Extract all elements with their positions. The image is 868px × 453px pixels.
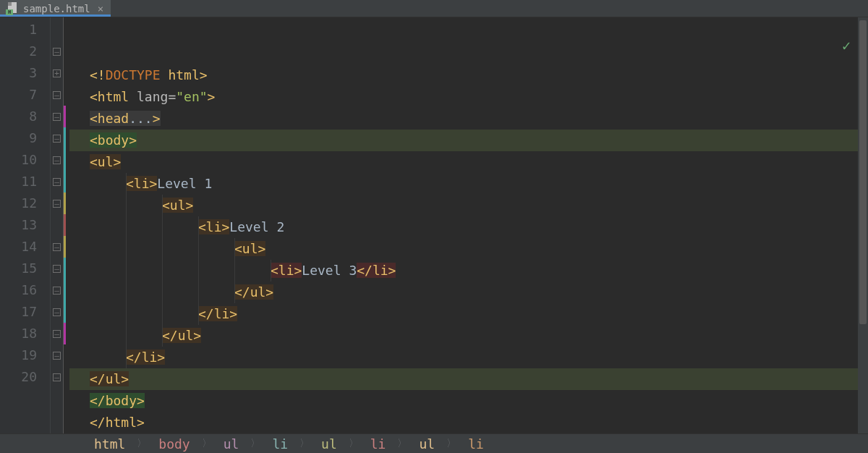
code-line[interactable]: </html>: [69, 412, 858, 433]
fold-end-icon[interactable]: –: [53, 352, 61, 360]
fold-slot[interactable]: –: [51, 279, 63, 301]
line-number[interactable]: 20: [0, 366, 37, 388]
breadcrumb-separator-icon: 〉: [195, 437, 219, 450]
fold-collapse-icon[interactable]: –: [53, 135, 61, 143]
line-number[interactable]: 15: [0, 258, 37, 279]
breadcrumb-item[interactable]: body: [158, 436, 190, 452]
fold-slot[interactable]: –: [51, 106, 63, 127]
breadcrumb-item[interactable]: ul: [321, 436, 337, 452]
indent-guide: [126, 260, 127, 281]
change-marker-cyan: [64, 258, 69, 279]
line-number[interactable]: 19: [0, 344, 37, 366]
tab-sample-html[interactable]: H sample.html ×: [0, 0, 111, 17]
line-number[interactable]: 7: [0, 84, 37, 106]
code-line[interactable]: <li>Level 1: [69, 173, 858, 195]
code-token: >: [153, 111, 161, 126]
indent-guide: [234, 260, 235, 281]
vertical-scrollbar[interactable]: [858, 17, 868, 433]
fold-end-icon[interactable]: –: [53, 373, 61, 381]
line-number[interactable]: 10: [0, 149, 37, 171]
fold-collapse-icon[interactable]: –: [53, 91, 61, 99]
code-line[interactable]: </ul>: [69, 325, 858, 347]
code-line[interactable]: </li>: [69, 347, 858, 368]
fold-slot[interactable]: –: [51, 41, 63, 62]
code-token: <!: [90, 67, 106, 82]
breadcrumb-separator-icon: 〉: [439, 437, 464, 450]
fold-collapse-icon[interactable]: –: [53, 156, 61, 164]
breadcrumb-separator-icon: 〉: [292, 437, 317, 450]
fold-end-icon[interactable]: –: [53, 287, 61, 295]
fold-slot[interactable]: –: [51, 323, 63, 344]
breadcrumb-separator-icon: 〉: [243, 437, 268, 450]
fold-slot[interactable]: –: [51, 84, 63, 106]
fold-end-icon[interactable]: –: [53, 308, 61, 316]
fold-end-icon[interactable]: –: [53, 330, 61, 338]
fold-collapse-icon[interactable]: –: [53, 48, 61, 56]
line-number[interactable]: 12: [0, 192, 37, 214]
fold-end-icon[interactable]: –: [53, 265, 61, 273]
line-number[interactable]: 16: [0, 279, 37, 301]
code-line[interactable]: <!DOCTYPE html>: [69, 64, 858, 86]
line-number[interactable]: 18: [0, 323, 37, 344]
breadcrumb-item[interactable]: ul: [419, 436, 435, 452]
fold-slot[interactable]: –: [51, 236, 63, 258]
fold-slot[interactable]: –: [51, 192, 63, 214]
fold-slot[interactable]: –: [51, 344, 63, 366]
fold-slot[interactable]: –: [51, 301, 63, 323]
line-number[interactable]: 13: [0, 214, 37, 236]
code-line[interactable]: <html lang="en">: [69, 86, 858, 108]
line-number[interactable]: 14: [0, 236, 37, 258]
fold-slot[interactable]: –: [51, 127, 63, 149]
line-number[interactable]: 9: [0, 127, 37, 149]
breadcrumb-item[interactable]: html: [94, 436, 125, 452]
code-line[interactable]: <head...>: [69, 108, 858, 130]
code-line[interactable]: <ul>: [69, 238, 858, 260]
change-marker-red: [64, 214, 69, 236]
fold-expand-icon[interactable]: +: [53, 69, 61, 77]
code-line[interactable]: </body>: [69, 390, 858, 412]
code-line[interactable]: </ul>: [69, 368, 858, 390]
fold-column[interactable]: –+–––––––––––––: [51, 17, 64, 433]
fold-slot[interactable]: +: [51, 62, 63, 84]
line-number[interactable]: 3: [0, 62, 37, 84]
line-number[interactable]: 1: [0, 19, 37, 41]
breadcrumb-item[interactable]: li: [272, 436, 288, 452]
fold-collapse-icon[interactable]: –: [53, 200, 61, 208]
line-number[interactable]: 11: [0, 171, 37, 192]
code-line[interactable]: <li>Level 3</li>: [69, 260, 858, 281]
indent-guide: [126, 303, 127, 325]
code-line[interactable]: <ul>: [69, 151, 858, 173]
fold-end-icon[interactable]: –: [53, 243, 61, 251]
breadcrumb-item[interactable]: ul: [224, 436, 239, 452]
code-area[interactable]: ✓ <!DOCTYPE html><html lang="en"><head..…: [69, 17, 858, 433]
indent-guide: [126, 347, 127, 368]
breadcrumb-separator-icon: 〉: [341, 437, 366, 450]
fold-collapse-icon[interactable]: –: [53, 113, 61, 121]
code-line[interactable]: <li>Level 2: [69, 216, 858, 238]
breadcrumb-bar[interactable]: html〉body〉ul〉li〉ul〉li〉ul〉li: [0, 433, 868, 453]
line-gutter[interactable]: 1237891011121314151617181920: [0, 17, 51, 433]
line-number[interactable]: 8: [0, 106, 37, 127]
scroll-thumb[interactable]: [859, 20, 867, 324]
line-number[interactable]: 2: [0, 41, 37, 62]
code-line[interactable]: <ul>: [69, 195, 858, 216]
code-line[interactable]: </ul>: [69, 281, 858, 303]
fold-slot[interactable]: –: [51, 258, 63, 279]
fold-slot[interactable]: –: [51, 149, 63, 171]
fold-collapse-icon[interactable]: –: [53, 178, 61, 186]
fold-slot[interactable]: –: [51, 171, 63, 192]
close-tab-icon[interactable]: ×: [95, 3, 103, 14]
code-token: >: [208, 89, 216, 104]
breadcrumb-item[interactable]: li: [468, 436, 484, 452]
code-line[interactable]: <body>: [69, 130, 858, 151]
code-token: <li>: [271, 263, 302, 278]
line-number[interactable]: 17: [0, 301, 37, 323]
fold-slot[interactable]: –: [51, 366, 63, 388]
analysis-ok-icon[interactable]: ✓: [779, 22, 851, 69]
code-line[interactable]: </li>: [69, 303, 858, 325]
breadcrumb-item[interactable]: li: [370, 436, 386, 452]
indent-guide: [198, 216, 199, 238]
breadcrumb-separator-icon: 〉: [129, 437, 154, 450]
indent-guide: [162, 303, 163, 325]
code-token: <head: [90, 111, 129, 126]
